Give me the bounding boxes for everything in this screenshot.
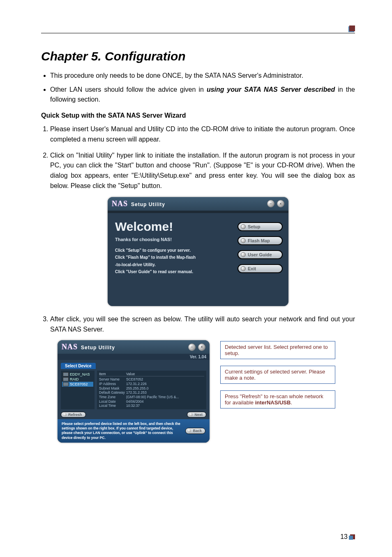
steps-list-cont: After click, you will see the screen as … xyxy=(41,314,355,335)
figure-device-list: NAS Setup Utility − × Ver. 1.04 Select D… xyxy=(58,340,355,442)
bullet-icon xyxy=(241,252,246,257)
device-icon xyxy=(63,372,69,376)
app-titlebar-2: NAS Setup Utility − × xyxy=(58,340,210,354)
table-row: Time Zone(GMT-08:00) Pacific Time (US &.… xyxy=(99,395,204,399)
table-row: Local Time10:32:37 xyxy=(99,404,204,408)
device-name: SCE87052 xyxy=(70,382,88,386)
device-name: EDDY_NAS xyxy=(70,372,90,376)
step-3: After click, you will see the screen as … xyxy=(50,314,355,335)
exit-button-label: Exit xyxy=(248,266,256,271)
welcome-line-2b: -to-local-drive Utility. xyxy=(115,262,238,268)
device-list[interactable]: EDDY_NAS RAID SCE87052 xyxy=(61,371,95,409)
bullet-1: This procedure only needs to be done ONC… xyxy=(50,71,355,81)
bullet-icon xyxy=(241,266,246,271)
page-corner-mark xyxy=(350,534,355,539)
exit-button[interactable]: Exit xyxy=(238,264,283,273)
steps-list: Please insert User's Manual and Utility … xyxy=(41,124,355,191)
bullet-1-text: This procedure only needs to be done ONC… xyxy=(50,72,303,79)
figure-welcome: NAS Setup Utility − × Welcome! Thanks fo… xyxy=(108,197,288,306)
bullet-2-pre: Other LAN users should follow the advice… xyxy=(50,86,207,93)
close-icon[interactable]: × xyxy=(198,343,205,351)
bullet-2-emph: using your SATA NAS Server described xyxy=(207,86,335,93)
nas-logo-2: NAS Setup Utility xyxy=(62,343,115,351)
footer-help-text: Please select preferred device listed on… xyxy=(62,422,181,440)
nas-logo: NAS Setup Utility xyxy=(112,200,165,208)
back-button-label: Back xyxy=(193,429,202,434)
table-row: IP Address172.31.2.226 xyxy=(99,382,204,386)
welcome-subtitle: Thanks for choosing NAS! xyxy=(115,237,238,242)
device-icon xyxy=(63,377,69,381)
nas-logo-text-2: NAS xyxy=(62,343,78,351)
page-number-block: 13 xyxy=(340,533,355,541)
bullet-2: Other LAN users should follow the advice… xyxy=(50,85,355,104)
section-heading: Quick Setup with the SATA NAS Server Wiz… xyxy=(41,112,355,119)
close-icon[interactable]: × xyxy=(277,200,284,207)
callout-refresh-post: . xyxy=(291,399,292,406)
callout-detected-list: Detected server list. Select preferred o… xyxy=(220,341,335,359)
page-number: 13 xyxy=(340,533,348,541)
setup-button[interactable]: Setup xyxy=(238,222,283,231)
intro-bullets: This procedure only needs to be done ONC… xyxy=(41,71,355,104)
app-titlebar: NAS Setup Utility − × xyxy=(108,197,288,211)
welcome-line-3: Click "User Guide" to read user manual. xyxy=(115,269,238,275)
next-button-label: Next xyxy=(194,413,203,417)
welcome-title: Welcome! xyxy=(115,220,238,234)
version-label: Ver. 1.04 xyxy=(58,354,210,360)
userguide-button-label: User Guide xyxy=(248,252,272,257)
callout-refresh-bold: interNAS/USB xyxy=(255,399,291,406)
device-info-table: ItemValue Server NameSCE87052 IP Address… xyxy=(97,371,206,409)
bullet-icon xyxy=(189,413,193,416)
app-title-2: Setup Utility xyxy=(81,345,115,350)
bullet-icon xyxy=(188,429,191,432)
select-device-tab[interactable]: Select Device xyxy=(61,363,96,369)
list-item-selected[interactable]: SCE87052 xyxy=(62,382,93,387)
minimize-icon[interactable]: − xyxy=(188,343,196,351)
next-button[interactable]: Next xyxy=(187,412,206,418)
col-value: Value xyxy=(126,372,135,376)
table-row: Subnet Mask255.255.255.0 xyxy=(99,386,204,391)
list-item[interactable]: EDDY_NAS xyxy=(62,372,93,377)
col-item: Item xyxy=(99,372,126,376)
bullet-icon xyxy=(241,224,246,229)
flashmap-button-label: Flash Map xyxy=(248,238,270,243)
setup-button-label: Setup xyxy=(248,224,261,229)
table-row: Default Gateway172.31.2.253 xyxy=(99,390,204,395)
refresh-button-label: Refresh xyxy=(68,413,82,417)
device-name: RAID xyxy=(70,377,79,381)
device-icon xyxy=(63,382,69,386)
welcome-line-2a: Click "Flash Map" to install the Map-fla… xyxy=(115,255,238,260)
app-window: NAS Setup Utility − × Welcome! Thanks fo… xyxy=(108,197,288,306)
minimize-icon[interactable]: − xyxy=(267,200,274,207)
bullet-icon xyxy=(63,413,67,416)
welcome-line-1: Click "Setup" to configure your server. xyxy=(115,248,238,253)
app-window-2: NAS Setup Utility − × Ver. 1.04 Select D… xyxy=(58,340,210,442)
step-1: Please insert User's Manual and Utility … xyxy=(50,124,355,145)
callout-refresh: Press "Refresh" to re-scan whole network… xyxy=(220,390,335,408)
nas-logo-text: NAS xyxy=(112,200,128,208)
header-rule xyxy=(41,33,355,33)
app-title: Setup Utility xyxy=(131,202,165,207)
flashmap-button[interactable]: Flash Map xyxy=(238,236,283,245)
table-row: Server NameSCE87052 xyxy=(99,377,204,382)
back-button[interactable]: Back xyxy=(185,428,205,434)
table-row: Local Date04/06/2004 xyxy=(99,399,204,404)
step-2: Click on "Initial Utility" hyper link to… xyxy=(50,151,355,191)
header-corner-mark xyxy=(349,26,355,31)
list-item[interactable]: RAID xyxy=(62,377,93,382)
refresh-button[interactable]: Refresh xyxy=(61,412,86,418)
callout-current-settings: Current settings of selected server. Ple… xyxy=(220,366,335,384)
chapter-title: Chapter 5. Configuration xyxy=(41,49,355,63)
userguide-button[interactable]: User Guide xyxy=(238,250,283,259)
bullet-icon xyxy=(241,238,246,243)
